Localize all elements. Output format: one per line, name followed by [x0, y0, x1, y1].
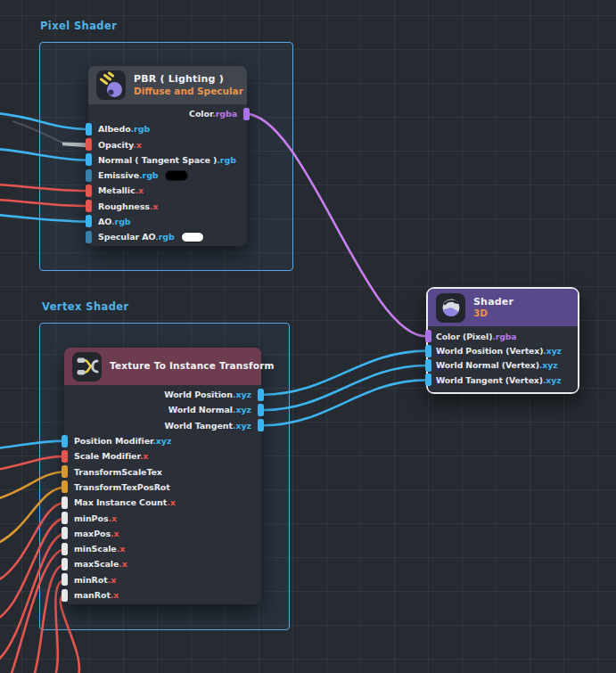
port-label: World Tangent — [165, 421, 233, 431]
pbr-input-pin-albedo[interactable] — [86, 123, 92, 135]
tex-input-pin-position-modifier[interactable] — [62, 435, 68, 447]
node-title: Shader — [473, 296, 513, 308]
tex-input-pin-max-instance-count[interactable] — [62, 497, 68, 509]
node-title: PBR ( Lighting ) — [134, 73, 243, 86]
tex-output-pin-world-position[interactable] — [258, 389, 264, 401]
tex-input-pin-maxscale[interactable] — [62, 558, 68, 570]
tex-input-pin-transform-scale-tex[interactable] — [62, 465, 68, 478]
port-suffix: .x — [150, 201, 159, 211]
wire-normal[interactable] — [0, 149, 86, 160]
shader-node-header[interactable]: Shader 3D — [428, 289, 578, 326]
port-label: World Position (Vertex) — [436, 346, 543, 356]
shader-node-body: Color (Pixel).rgba World Position (Verte… — [428, 326, 578, 392]
shader-output-node[interactable]: Shader 3D Color (Pixel).rgba World Posit… — [426, 287, 579, 394]
port-suffix: .xyz — [543, 346, 562, 356]
port-row: minRot.x — [64, 572, 261, 587]
port-suffix: .x — [111, 590, 119, 600]
shader-input-pin-color-pixel[interactable] — [425, 330, 431, 342]
tex-input-pin-manrot[interactable] — [62, 589, 68, 602]
shader-input-pin-world-position[interactable] — [425, 345, 431, 357]
port-label: Max Instance Count — [74, 497, 167, 507]
port-row: Normal ( Tangent Space ).rgb — [88, 152, 247, 168]
wire-transform-scale-tex[interactable] — [0, 472, 66, 499]
port-row: maxPos.x — [64, 526, 261, 541]
port-row: Metallic.x — [88, 183, 247, 198]
emissive-color-swatch[interactable] — [165, 170, 188, 181]
tex-output-pin-world-normal[interactable] — [258, 404, 264, 416]
port-label: minRot — [74, 575, 108, 585]
port-label: TransformScaleTex — [74, 467, 162, 477]
node-graph-canvas[interactable]: Pixel Shader Vertex Shader — [0, 0, 616, 673]
wire-ao[interactable] — [0, 215, 86, 222]
port-row: World Normal.xyz — [64, 402, 261, 417]
wire-opacity-wedge[interactable] — [62, 143, 86, 148]
port-label: World Tangent (Vertex) — [436, 375, 543, 385]
tex-node-header[interactable]: Texture To Instance Transform — [64, 348, 261, 385]
pbr-output-pin-color[interactable] — [243, 108, 250, 120]
pbr-input-pin-emissive[interactable] — [86, 169, 92, 182]
port-label: Color — [189, 109, 212, 119]
tex-input-pin-scale-modifier[interactable] — [62, 450, 68, 463]
port-row: minPos.x — [64, 510, 261, 525]
port-suffix: .xyz — [233, 390, 251, 399]
port-suffix: .x — [140, 451, 149, 461]
pbr-input-pin-opacity[interactable] — [86, 138, 92, 151]
port-suffix: .xyz — [233, 405, 251, 414]
specular-ao-color-swatch[interactable] — [181, 232, 204, 242]
port-suffix: .x — [119, 559, 127, 569]
wire-manrot[interactable] — [61, 595, 79, 673]
tex-output-pin-world-tangent[interactable] — [258, 419, 264, 431]
pbr-input-pin-roughness[interactable] — [86, 200, 92, 212]
port-row: World Tangent.xyz — [64, 418, 261, 433]
tex-input-pin-minrot[interactable] — [62, 573, 68, 586]
port-suffix: .x — [135, 185, 144, 195]
port-label: World Normal — [168, 405, 233, 414]
port-suffix: .xyz — [233, 421, 251, 431]
pbr-input-pin-ao[interactable] — [86, 215, 92, 227]
port-row: Specular AO.rgb — [88, 229, 247, 244]
port-row: Position Modifier.xyz — [64, 433, 261, 448]
lighting-sphere-icon — [96, 70, 126, 100]
wire-color-pixel[interactable] — [245, 114, 426, 337]
port-row: Emissive.rgb — [88, 168, 247, 183]
tex-input-pin-maxpos[interactable] — [62, 527, 68, 539]
tex-node-body: World Position.xyz World Normal.xyz Worl… — [64, 385, 261, 604]
port-row: Color (Pixel).rgba — [428, 329, 578, 343]
port-row: Albedo.rgb — [88, 121, 247, 136]
shader-input-pin-world-normal[interactable] — [425, 359, 431, 372]
port-suffix: .x — [167, 497, 176, 507]
pbr-input-pin-normal[interactable] — [86, 153, 92, 166]
port-row: TransformScaleTex — [64, 464, 261, 479]
port-row: World Tangent (Vertex).xyz — [428, 373, 578, 387]
port-label: Position Modifier — [74, 436, 152, 446]
tex-input-pin-transform-tex-pos-rot[interactable] — [62, 480, 68, 493]
port-row: World Position (Vertex).xyz — [428, 343, 578, 357]
port-label: Scale Modifier — [74, 451, 140, 461]
pbr-node-body: Color.rgba Albedo.rgb Opacity.x Normal (… — [88, 104, 247, 246]
port-suffix: .rgba — [212, 109, 237, 119]
pbr-input-pin-specular-ao[interactable] — [86, 231, 92, 243]
port-row: Roughness.x — [88, 199, 247, 214]
port-label: Color (Pixel) — [436, 332, 492, 341]
wire-scale-modifier[interactable] — [0, 456, 66, 470]
pbr-input-pin-metallic[interactable] — [86, 185, 92, 197]
port-label: Specular AO — [98, 232, 155, 242]
tex-input-pin-minscale[interactable] — [62, 543, 68, 555]
port-row: TransformTexPosRot — [64, 480, 261, 495]
wire-metallic[interactable] — [0, 185, 86, 191]
port-label: World Normal (Vertex) — [436, 360, 539, 370]
node-subtitle: Diffuse and Specular — [134, 86, 243, 97]
port-row: World Normal (Vertex).xyz — [428, 358, 578, 373]
port-label: AO — [98, 217, 111, 226]
pbr-node-header[interactable]: PBR ( Lighting ) Diffuse and Specular — [88, 66, 247, 104]
wire-roughness[interactable] — [0, 200, 86, 206]
wire-position-modifier[interactable] — [0, 441, 66, 448]
shader-input-pin-world-tangent[interactable] — [425, 373, 431, 386]
port-row: Opacity.x — [88, 137, 247, 152]
port-label: minScale — [74, 544, 117, 554]
pbr-lighting-node[interactable]: PBR ( Lighting ) Diffuse and Specular Co… — [88, 66, 247, 246]
tex-input-pin-minpos[interactable] — [62, 512, 68, 524]
port-suffix: .xyz — [543, 375, 562, 385]
texture-to-instance-transform-node[interactable]: Texture To Instance Transform World Posi… — [64, 348, 261, 604]
port-label: Metallic — [98, 185, 135, 195]
